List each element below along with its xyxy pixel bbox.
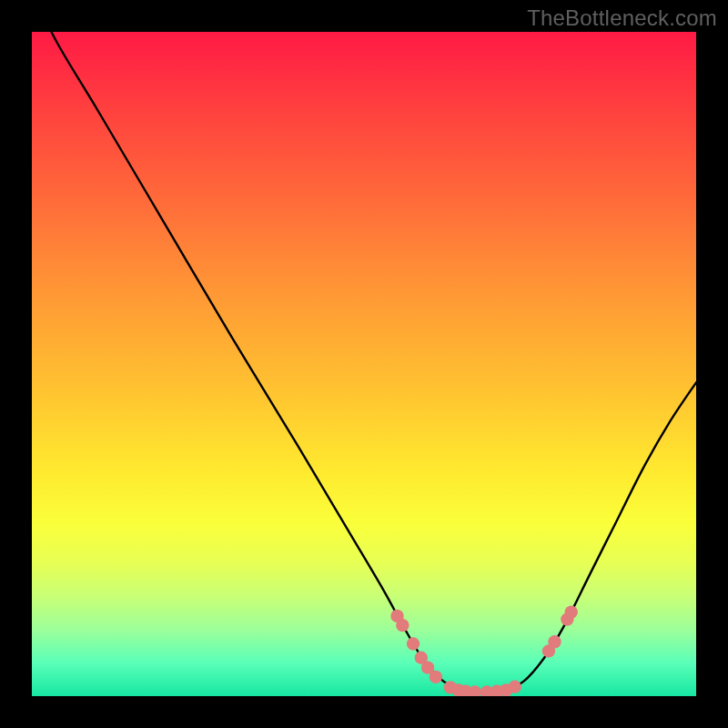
data-point xyxy=(407,637,420,650)
curve-overlay xyxy=(32,32,696,696)
data-point xyxy=(396,619,409,632)
data-point xyxy=(430,671,442,683)
data-point xyxy=(509,681,521,693)
watermark-text: TheBottleneck.com xyxy=(527,5,717,31)
bottleneck-curve xyxy=(32,32,696,693)
plot-area xyxy=(32,32,696,696)
data-point xyxy=(548,635,561,648)
chart-container: TheBottleneck.com xyxy=(0,0,728,728)
data-point xyxy=(565,605,578,618)
